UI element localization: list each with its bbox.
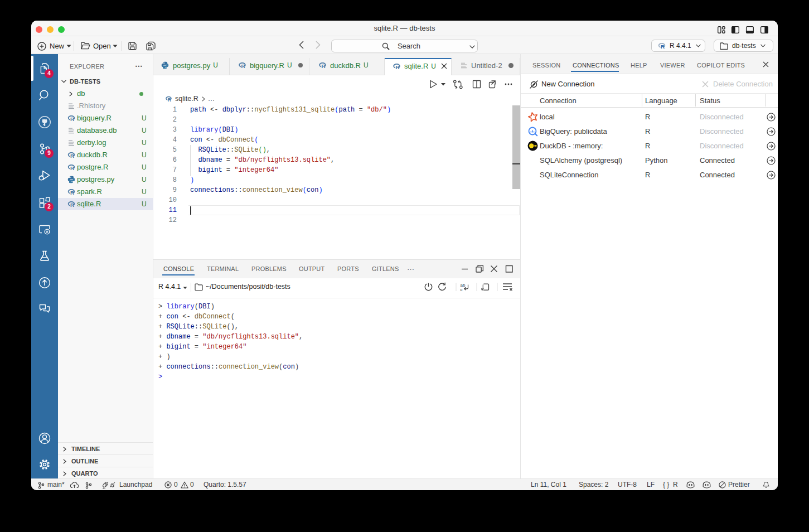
svg-text:R: R: [241, 63, 245, 69]
svg-text:R: R: [70, 116, 74, 122]
svg-text:R: R: [396, 64, 400, 70]
svg-text:R: R: [661, 43, 665, 50]
svg-text:R: R: [70, 190, 74, 196]
svg-text:R: R: [70, 202, 74, 208]
svg-text:c: c: [461, 287, 463, 292]
svg-text:R: R: [322, 63, 326, 69]
svg-text:R: R: [70, 153, 74, 159]
svg-text:R: R: [168, 97, 171, 102]
svg-text:R: R: [70, 165, 74, 171]
